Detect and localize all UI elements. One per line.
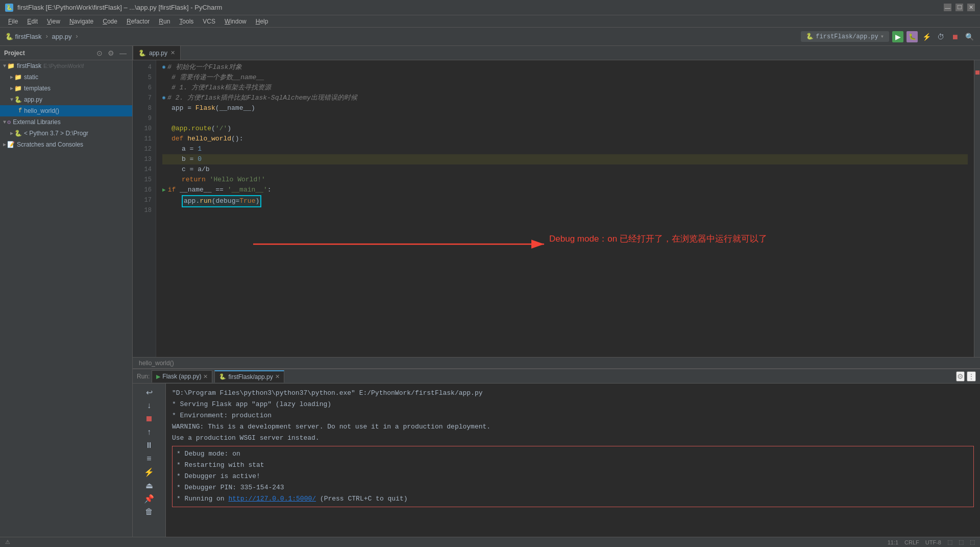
toolbar: 🐍 firstFlask › app.py › 🐍 firstFlask/app… xyxy=(0,28,980,46)
rerun-button[interactable]: ↩ xyxy=(143,387,155,398)
pin-button[interactable]: 📌 xyxy=(143,493,155,504)
tab-close-icon[interactable]: ✕ xyxy=(203,373,208,380)
tab-label: app.py xyxy=(149,50,167,57)
profile-button[interactable]: ⏱ xyxy=(935,31,946,42)
menu-tools[interactable]: Tools xyxy=(175,17,198,26)
stop-button[interactable]: ⏹ xyxy=(949,31,961,42)
code-line-8: app = Flask(__name__) xyxy=(162,103,968,113)
status-line-ending: CRLF xyxy=(904,539,919,545)
debug-button[interactable]: 🐛 xyxy=(906,31,918,42)
toolbar-right: 🐍 firstFlask/app.py ▾ ▶ 🐛 ⚡ ⏱ ⏹ 🔍 xyxy=(801,31,975,42)
print-button[interactable]: ⏏ xyxy=(143,480,155,491)
status-encoding: UTF-8 xyxy=(925,539,941,545)
status-indent: ⬚ xyxy=(947,539,952,545)
flask-url-link[interactable]: http://127.0.0.1:5000/ xyxy=(228,495,316,503)
app-icon: 🐍 xyxy=(5,4,13,12)
menu-window[interactable]: Window xyxy=(220,17,251,26)
coverage-button[interactable]: ⚡ xyxy=(921,31,932,42)
clear-button[interactable]: 🗑 xyxy=(143,506,155,517)
menu-edit[interactable]: Edit xyxy=(23,17,42,26)
scroll-up-button[interactable]: ↑ xyxy=(143,426,155,438)
status-bar: ⚠ 11:1 CRLF UTF-8 ⬚ ⬚ ⬚ xyxy=(0,537,980,547)
code-line-14: c = a/b xyxy=(162,164,968,175)
python-file-icon: 🐍 xyxy=(138,50,146,57)
output-running-on: * Running on http://127.0.0.1:5000/ (Pre… xyxy=(177,493,969,505)
menu-run[interactable]: Run xyxy=(155,17,174,26)
scroll-down-button[interactable]: ↓ xyxy=(143,400,155,411)
path-label: E:\PythonWork\f xyxy=(43,63,84,69)
chevron-right-icon: ▶ xyxy=(10,130,13,136)
menu-file[interactable]: File xyxy=(4,17,22,26)
output-line-cmd: "D:\Program Files\python3\python37\pytho… xyxy=(172,388,974,399)
function-icon: f xyxy=(18,107,22,114)
tree-item-scratches[interactable]: ▶ 📝 Scratches and Consoles xyxy=(0,139,132,150)
tree-label: External Libraries xyxy=(13,118,60,126)
tree-item-external-libs[interactable]: ▼ ⚙ External Libraries xyxy=(0,116,132,128)
tree-label: static xyxy=(24,74,38,81)
tree-label-templates: templates xyxy=(24,85,51,92)
tab-close-button[interactable]: ✕ xyxy=(170,50,175,56)
title-bar: 🐍 firstFlask [E:\PythonWork\firstFlask] … xyxy=(0,0,980,15)
run-config-pill[interactable]: 🐍 firstFlask/app.py ▾ xyxy=(801,31,889,42)
output-debugger-active: * Debugger is active! xyxy=(177,471,969,482)
menu-vcs[interactable]: VCS xyxy=(199,17,219,26)
chevron-down-icon: ▼ xyxy=(10,97,13,103)
tree-item-python37[interactable]: ▶ 🐍 < Python 3.7 > D:\Progr xyxy=(0,128,132,139)
code-content[interactable]: ◉ # 初始化一个Flask对象 # 需要传递一个参数__name__ # 1.… xyxy=(156,60,974,357)
tab-close-icon[interactable]: ✕ xyxy=(275,373,280,380)
output-restarting: * Restarting with stat xyxy=(177,460,969,471)
annotation-arrow xyxy=(248,234,565,275)
menu-navigate[interactable]: Navigate xyxy=(65,17,97,26)
editor-tab-apppy[interactable]: 🐍 app.py ✕ xyxy=(133,46,181,60)
tree-item-static[interactable]: ▶ 📁 static xyxy=(0,72,132,83)
lightning-button[interactable]: ⚡ xyxy=(143,466,155,478)
run-tab-flask[interactable]: ▶ Flask (app.py) ✕ xyxy=(152,370,212,383)
filter-button[interactable]: ≡ xyxy=(143,453,155,464)
output-line-2: * Environment: production xyxy=(172,410,974,421)
menu-view[interactable]: View xyxy=(43,17,64,26)
run-panel: ↩ ↓ ⏹ ↑ ⏸ ≡ ⚡ ⏏ 📌 🗑 "D:\Program Files\py… xyxy=(133,384,980,537)
breadcrumb-file[interactable]: app.py xyxy=(52,33,71,40)
chevron-right-icon: ▶ xyxy=(3,141,6,148)
output-line-3: WARNING: This is a development server. D… xyxy=(172,421,974,433)
menu-refactor[interactable]: Refactor xyxy=(122,17,154,26)
run-tabs: Run: ▶ Flask (app.py) ✕ 🐍 firstFlask/app… xyxy=(133,369,980,384)
main-area: Project ⊙ ⚙ — ▼ 📁 firstFlask E:\PythonWo… xyxy=(0,46,980,537)
sidebar-scroll-btn[interactable]: ⊙ xyxy=(95,49,104,58)
code-line-17: app.run(debug=True) xyxy=(162,195,968,207)
minimize-button[interactable]: — xyxy=(944,4,951,11)
sidebar-actions: ⊙ ⚙ — xyxy=(95,49,128,58)
run-more-button[interactable]: ⋮ xyxy=(967,371,976,382)
run-tab-firstflask[interactable]: 🐍 firstFlask/app.py ✕ xyxy=(214,370,284,383)
close-button[interactable]: ✕ xyxy=(967,4,975,11)
run-button[interactable]: ▶ xyxy=(892,31,903,42)
tree-item-templates[interactable]: ▶ 📁 templates xyxy=(0,83,132,94)
breadcrumb-project[interactable]: 🐍 firstFlask xyxy=(5,33,42,40)
output-debug-mode: * Debug mode: on xyxy=(177,448,969,460)
sidebar-minimize-btn[interactable]: — xyxy=(118,49,128,58)
code-line-12: a = 1 xyxy=(162,144,968,154)
tree-label: < Python 3.7 > D:\Progr xyxy=(24,130,88,137)
menu-help[interactable]: Help xyxy=(252,17,273,26)
code-line-6: # 1. 方便flask框架去寻找资源 xyxy=(162,83,968,93)
window-controls: — ☐ ✕ xyxy=(944,4,975,11)
run-settings-button[interactable]: ⚙ xyxy=(956,371,965,382)
sidebar-settings-btn[interactable]: ⚙ xyxy=(106,49,116,58)
run-tab-label-2: firstFlask/app.py xyxy=(228,373,273,380)
library-icon: ⚙ xyxy=(7,118,11,126)
chevron-down-icon: ▼ xyxy=(3,120,6,125)
tree-item-firstflask[interactable]: ▼ 📁 firstFlask E:\PythonWork\f xyxy=(0,60,132,72)
run-sidebar: ↩ ↓ ⏹ ↑ ⏸ ≡ ⚡ ⏏ 📌 🗑 xyxy=(133,384,166,537)
pause-button[interactable]: ⏸ xyxy=(143,440,155,451)
chevron-down-icon: ▼ xyxy=(3,63,6,69)
search-everywhere-button[interactable]: 🔍 xyxy=(964,31,975,42)
tree-item-hello-world[interactable]: f hello_world() xyxy=(0,105,132,116)
folder-icon: 📁 xyxy=(14,74,22,81)
maximize-button[interactable]: ☐ xyxy=(955,4,963,11)
menu-code[interactable]: Code xyxy=(99,17,121,26)
scratches-icon: 📝 xyxy=(7,141,15,149)
tree-item-apppy[interactable]: ▼ 🐍 app.py xyxy=(0,94,132,105)
stop-run-button[interactable]: ⏹ xyxy=(143,413,155,424)
code-editor[interactable]: 4 5 6 7 8 9 10 11 12 13 14 15 16 17 18 xyxy=(133,60,980,357)
status-warnings: ⚠ xyxy=(5,539,10,545)
